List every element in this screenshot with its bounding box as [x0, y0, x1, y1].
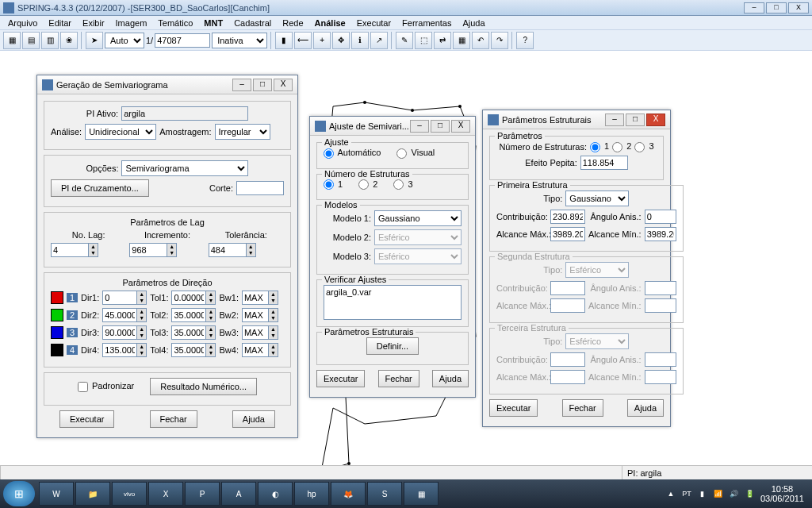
dialog1-min[interactable]: –: [232, 79, 251, 91]
tolerancia-spin[interactable]: ▲▼: [247, 243, 256, 257]
tray-bat-icon[interactable]: 🔋: [745, 488, 756, 499]
tray-clock[interactable]: 10:58 03/06/2011: [760, 484, 804, 503]
d2-ajuda[interactable]: Ajuda: [432, 370, 469, 387]
bw-input[interactable]: [242, 291, 269, 305]
dialog3-min[interactable]: –: [605, 114, 624, 126]
task-pdf-icon[interactable]: A: [221, 482, 256, 506]
menu-arquivo[interactable]: Arquivo: [3, 17, 42, 29]
dir-spin[interactable]: ▲▼: [137, 308, 147, 322]
tray-vol-icon[interactable]: 🔊: [729, 488, 740, 499]
alcmax-input[interactable]: [550, 227, 585, 241]
bw-spin[interactable]: ▲▼: [269, 308, 278, 322]
dialog2-close[interactable]: X: [451, 120, 470, 133]
anis-input[interactable]: [645, 210, 676, 224]
tool-pan-icon[interactable]: ✥: [332, 32, 350, 49]
menu-mnt[interactable]: MNT: [199, 17, 228, 29]
tol-spin[interactable]: ▲▼: [206, 308, 216, 322]
tool-info-icon[interactable]: ℹ: [351, 32, 369, 49]
dialog2-min[interactable]: –: [410, 120, 429, 133]
padronizar-check[interactable]: Padronizar: [78, 381, 134, 392]
minimize-button[interactable]: –: [744, 2, 764, 13]
tol-input[interactable]: [171, 308, 206, 322]
nolag-input[interactable]: [51, 243, 89, 257]
bw-spin[interactable]: ▲▼: [269, 325, 278, 340]
tol-spin[interactable]: ▲▼: [206, 343, 216, 357]
dialog3-close[interactable]: X: [646, 114, 665, 126]
amostragem-select[interactable]: Irregular: [215, 124, 270, 140]
contrib-input[interactable]: [550, 210, 585, 224]
menu-editar[interactable]: Editar: [44, 17, 76, 29]
menu-cadastral[interactable]: Cadastral: [229, 17, 276, 29]
tolerancia-input[interactable]: [209, 243, 247, 257]
tool-undo-icon[interactable]: ↶: [472, 32, 489, 49]
opcoes-select[interactable]: Semivariograma: [121, 160, 248, 176]
pi-cruzamento-button[interactable]: PI de Cruzamento...: [51, 179, 149, 197]
tool-leaf-icon[interactable]: ❀: [60, 32, 78, 49]
dir-color[interactable]: [51, 326, 63, 339]
resultado-button[interactable]: Resultado Numérico...: [150, 378, 257, 395]
tol-input[interactable]: [171, 343, 206, 357]
bw-input[interactable]: [242, 343, 269, 357]
task-app-icon[interactable]: ▦: [404, 482, 439, 506]
tool-db-icon[interactable]: ▦: [3, 32, 21, 49]
scale-input[interactable]: [155, 33, 210, 48]
ne2[interactable]: 2: [612, 141, 631, 152]
dir-spin[interactable]: ▲▼: [137, 325, 147, 340]
tray-flag-icon[interactable]: ▮: [697, 488, 708, 499]
start-button[interactable]: ⊞: [3, 481, 35, 506]
visual-radio[interactable]: Visual: [396, 148, 435, 159]
d2-fechar[interactable]: Fechar: [378, 370, 419, 387]
tool-layer-icon[interactable]: ▤: [22, 32, 40, 49]
dialog2-max[interactable]: □: [431, 120, 450, 133]
d1-ajuda[interactable]: Ajuda: [232, 410, 275, 428]
ne3-radio[interactable]: 3: [393, 179, 412, 190]
tool-select-icon[interactable]: ⬚: [415, 32, 432, 49]
menu-exibir[interactable]: Exibir: [78, 17, 109, 29]
bw-input[interactable]: [242, 308, 269, 322]
dialog1-close[interactable]: X: [274, 79, 293, 91]
menu-imagem[interactable]: Imagem: [111, 17, 152, 29]
tol-spin[interactable]: ▲▼: [206, 325, 216, 340]
automatico-radio[interactable]: Automático: [324, 148, 381, 159]
tray-expand-icon[interactable]: ▲: [665, 488, 676, 499]
d1-executar[interactable]: Executar: [59, 410, 114, 428]
tool-table-icon[interactable]: ▦: [453, 32, 470, 49]
verificar-list[interactable]: argila_0.var: [324, 285, 462, 320]
tool-redo-icon[interactable]: ↷: [491, 32, 508, 49]
maximize-button[interactable]: □: [766, 2, 787, 13]
tool-help-icon[interactable]: ?: [516, 32, 534, 49]
task-chrome-icon[interactable]: ◐: [258, 482, 293, 506]
tool-link-icon[interactable]: ⇄: [434, 32, 451, 49]
ne3[interactable]: 3: [634, 141, 653, 152]
d1-fechar[interactable]: Fechar: [150, 410, 197, 428]
dir-input[interactable]: [102, 308, 137, 322]
tool-zoomin-icon[interactable]: +: [313, 32, 331, 49]
menu-tematico[interactable]: Temático: [153, 17, 197, 29]
analise-select[interactable]: Unidirecional: [85, 124, 156, 140]
tray-net-icon[interactable]: 📶: [713, 488, 724, 499]
ne1-radio[interactable]: 1: [324, 179, 343, 190]
tol-input[interactable]: [171, 325, 206, 340]
tray-lang[interactable]: PT: [681, 488, 692, 499]
inativa-select[interactable]: Inativa: [212, 33, 267, 48]
incremento-spin[interactable]: ▲▼: [167, 243, 177, 257]
bw-input[interactable]: [242, 325, 269, 340]
corte-input[interactable]: [236, 181, 284, 195]
tool-edit-icon[interactable]: ✎: [396, 32, 413, 49]
tool-map-icon[interactable]: ▥: [41, 32, 59, 49]
menu-rede[interactable]: Rede: [278, 17, 308, 29]
d3-ajuda[interactable]: Ajuda: [627, 399, 664, 417]
d2-executar[interactable]: Executar: [316, 370, 365, 387]
tipo1-select[interactable]: Gaussiano: [565, 190, 629, 206]
efeito-input[interactable]: [580, 156, 628, 170]
definir-button[interactable]: Definir...: [366, 337, 419, 355]
dir-input[interactable]: [102, 325, 137, 340]
dir-spin[interactable]: ▲▼: [137, 343, 147, 357]
menu-analise[interactable]: Análise: [310, 17, 350, 29]
dir-color[interactable]: [51, 291, 63, 304]
task-hp-icon[interactable]: hp: [294, 482, 329, 506]
dir-color[interactable]: [51, 309, 63, 321]
incremento-input[interactable]: [129, 243, 167, 257]
menu-ferramentas[interactable]: Ferramentas: [397, 17, 456, 29]
tool-chart-icon[interactable]: ▮: [275, 32, 293, 49]
